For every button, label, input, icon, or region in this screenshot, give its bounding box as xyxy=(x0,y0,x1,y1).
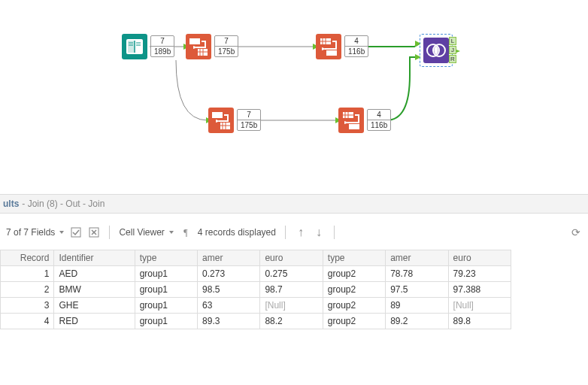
col-header[interactable]: Record xyxy=(1,250,54,266)
results-table[interactable]: Record Identifier type amer euro type am… xyxy=(0,250,511,329)
data-size: 175b xyxy=(238,120,260,130)
join-output-r[interactable]: R xyxy=(449,55,456,63)
fields-dropdown[interactable]: 7 of 7 Fields xyxy=(6,227,64,238)
cell-viewer-dropdown[interactable]: Cell Viewer xyxy=(119,227,173,238)
table-cell[interactable]: group2 xyxy=(323,298,385,314)
table-cell[interactable]: group1 xyxy=(135,314,197,329)
table-cell[interactable]: 97.5 xyxy=(386,282,448,298)
table-cell[interactable]: group1 xyxy=(135,282,197,298)
data-badge[interactable]: 7 175b xyxy=(214,35,238,57)
row-count: 7 xyxy=(151,36,174,47)
move-down-icon[interactable]: ↓ xyxy=(313,226,325,238)
table-cell[interactable]: AED xyxy=(54,266,135,282)
table-cell[interactable]: group2 xyxy=(323,266,385,282)
data-size: 175b xyxy=(215,47,238,56)
connectors xyxy=(0,0,489,196)
refresh-icon[interactable]: ⟳ xyxy=(570,226,582,238)
results-panel-header: ults - Join (8) - Out - Join xyxy=(0,194,588,214)
table-cell[interactable]: 2 xyxy=(1,282,54,298)
clear-icon[interactable] xyxy=(88,226,100,238)
table-cell[interactable]: group2 xyxy=(323,282,385,298)
separator xyxy=(109,226,110,239)
results-toolbar: 7 of 7 Fields Cell Viewer ¶ 4 records di… xyxy=(0,220,588,245)
workflow-canvas[interactable]: 7 189b 7 175b 4 116b L J R 7 175b 4 116b xyxy=(0,0,588,196)
table-cell[interactable]: 89.3 xyxy=(198,314,260,329)
svg-rect-28 xyxy=(326,50,337,56)
svg-rect-9 xyxy=(128,41,134,53)
select-tool-icon[interactable] xyxy=(208,108,234,133)
data-size: 189b xyxy=(151,47,174,56)
svg-rect-33 xyxy=(212,112,223,118)
pilcrow-icon[interactable]: ¶ xyxy=(180,226,192,238)
svg-rect-46 xyxy=(71,228,80,237)
separator xyxy=(285,226,286,239)
formula-tool-icon[interactable] xyxy=(338,108,364,133)
results-breadcrumb: - Join (8) - Out - Join xyxy=(22,199,105,209)
table-cell[interactable]: group2 xyxy=(323,314,385,329)
results-table-wrap: Record Identifier type amer euro type am… xyxy=(0,250,588,329)
table-row[interactable]: 2BMWgroup198.598.7group297.597.388 xyxy=(1,282,511,298)
table-row[interactable]: 1AEDgroup10.2730.275group278.7879.23 xyxy=(1,266,511,282)
col-header[interactable]: type xyxy=(323,250,385,266)
formula-tool-icon[interactable] xyxy=(316,34,341,59)
table-cell[interactable]: BMW xyxy=(54,282,135,298)
separator xyxy=(334,226,335,239)
records-count-label: 4 records displayed xyxy=(198,227,276,238)
table-cell[interactable]: 4 xyxy=(1,314,54,329)
col-header[interactable]: amer xyxy=(386,250,448,266)
data-size: 116b xyxy=(368,120,390,130)
row-count: 4 xyxy=(368,110,390,120)
col-header[interactable]: amer xyxy=(198,250,260,266)
table-cell[interactable]: 89.2 xyxy=(386,314,448,329)
table-cell[interactable]: 3 xyxy=(1,298,54,314)
col-header[interactable]: euro xyxy=(260,250,323,266)
table-cell[interactable]: 98.5 xyxy=(198,282,260,298)
move-up-icon[interactable]: ↑ xyxy=(295,226,307,238)
data-badge[interactable]: 4 116b xyxy=(367,109,391,131)
table-row[interactable]: 4REDgroup189.388.2group289.289.8 xyxy=(1,314,511,329)
table-cell[interactable]: 79.23 xyxy=(448,266,511,282)
data-badge[interactable]: 7 189b xyxy=(150,35,174,57)
table-cell[interactable]: 98.7 xyxy=(260,282,323,298)
table-cell[interactable]: 1 xyxy=(1,266,54,282)
table-cell[interactable]: RED xyxy=(54,314,135,329)
svg-rect-45 xyxy=(349,124,359,129)
input-data-tool-icon[interactable] xyxy=(122,34,147,59)
data-size: 116b xyxy=(345,47,368,56)
join-output-l[interactable]: L xyxy=(449,37,456,45)
select-tool-icon[interactable] xyxy=(186,34,211,59)
col-header[interactable]: Identifier xyxy=(54,250,135,266)
table-cell[interactable]: 0.275 xyxy=(260,266,323,282)
metadata-toggle-icon[interactable] xyxy=(70,226,82,238)
row-count: 7 xyxy=(238,110,260,120)
table-row[interactable]: 3GHEgroup163[Null]group289[Null] xyxy=(1,298,511,314)
table-cell[interactable]: 97.388 xyxy=(448,282,511,298)
table-header-row: Record Identifier type amer euro type am… xyxy=(1,250,511,266)
table-cell[interactable]: group1 xyxy=(135,298,197,314)
join-tool-icon[interactable] xyxy=(420,34,453,67)
table-cell[interactable]: GHE xyxy=(54,298,135,314)
data-badge[interactable]: 4 116b xyxy=(344,35,368,57)
table-cell[interactable]: [Null] xyxy=(448,298,511,314)
table-cell[interactable]: 89.8 xyxy=(448,314,511,329)
row-count: 4 xyxy=(345,36,368,47)
table-cell[interactable]: 89 xyxy=(386,298,448,314)
table-cell[interactable]: 78.78 xyxy=(386,266,448,282)
table-cell[interactable]: 63 xyxy=(198,298,260,314)
table-cell[interactable]: 88.2 xyxy=(260,314,323,329)
col-header[interactable]: type xyxy=(135,250,197,266)
svg-rect-16 xyxy=(189,38,200,44)
table-cell[interactable]: group1 xyxy=(135,266,197,282)
data-badge[interactable]: 7 175b xyxy=(237,109,261,131)
table-cell[interactable]: 0.273 xyxy=(198,266,260,282)
join-output-j[interactable]: J xyxy=(449,46,456,54)
results-label: ults xyxy=(3,199,19,209)
row-count: 7 xyxy=(215,36,238,47)
table-cell[interactable]: [Null] xyxy=(260,298,323,314)
col-header[interactable]: euro xyxy=(448,250,511,266)
